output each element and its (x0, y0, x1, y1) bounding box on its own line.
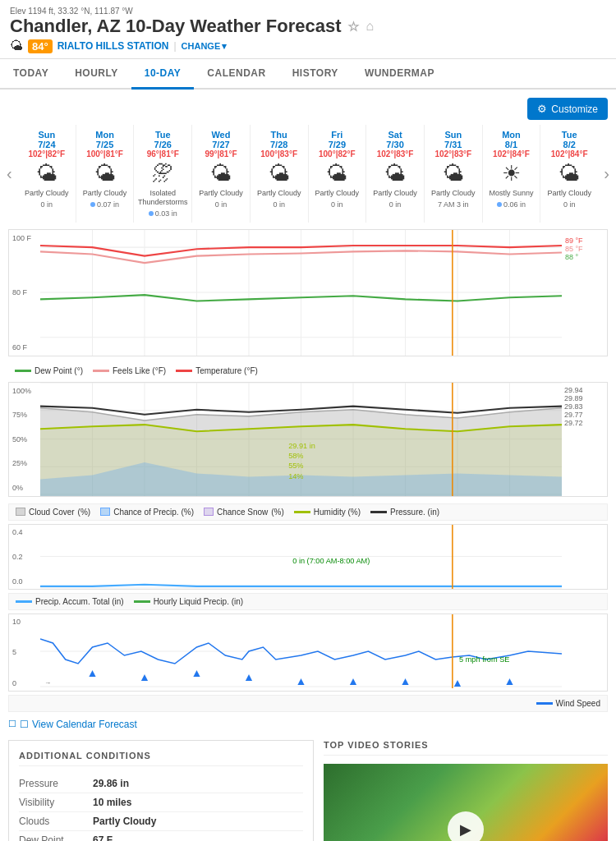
svg-marker-41 (89, 670, 95, 677)
day-date: 7/28 (252, 140, 306, 149)
day-icon: 🌤 (252, 161, 306, 186)
temp-y-axis: 100 F 80 F 60 F (9, 230, 40, 356)
wind-chart-svg: → 5 mph from SE (40, 614, 562, 688)
day-precip: 0.06 in (485, 200, 539, 209)
forecast-day-3[interactable]: Wed 7/27 99°|81°F 🌤 Partly Cloudy 0 in (192, 125, 251, 223)
sun-icon: 🌤 (10, 39, 23, 53)
day-name: Sun (20, 130, 74, 140)
forecast-day-7[interactable]: Sun 7/31 102°|83°F 🌤 Partly Cloudy 7 AM … (425, 125, 483, 223)
temperature-chart: 100 F 80 F 60 F (8, 229, 608, 356)
svg-marker-42 (141, 674, 148, 681)
accum-total-line (16, 600, 32, 603)
wind-speed-legend: Wind Speed (536, 699, 600, 708)
station-name[interactable]: RIALTO HILLS STATION (57, 40, 169, 52)
forecast-wrapper: ‹ Sun 7/24 102°|82°F 🌤 Partly Cloudy 0 i… (8, 125, 608, 223)
svg-text:58%: 58% (288, 452, 303, 460)
tab-calendar[interactable]: CALENDAR (194, 59, 278, 90)
condition-row: Pressure 29.86 in (19, 774, 303, 793)
svg-text:→: → (44, 679, 51, 687)
chance-snow-box (204, 508, 214, 516)
dew-point-legend: Dew Point (°) (15, 366, 83, 375)
day-temps: 102°|84°F (542, 149, 596, 159)
day-precip: 0.03 in (136, 209, 190, 218)
day-date: 7/30 (368, 140, 422, 149)
forecast-day-4[interactable]: Thu 7/28 100°|83°F 🌤 Partly Cloudy 0 in (251, 125, 309, 223)
forecast-day-0[interactable]: Sun 7/24 102°|82°F 🌤 Partly Cloudy 0 in (18, 125, 76, 223)
svg-marker-46 (350, 678, 356, 685)
day-condition: Partly Cloudy (252, 189, 306, 198)
day-icon: 🌤 (426, 161, 480, 186)
day-name: Sun (426, 130, 480, 140)
tab-history[interactable]: HISTORY (279, 59, 352, 90)
precip-legend: Precip. Accum. Total (in) Hourly Liquid … (8, 593, 608, 610)
page-title: Chandler, AZ 10-Day Weather Forecast ☆ ⌂ (10, 16, 606, 37)
forecast-next-button[interactable]: › (599, 163, 614, 185)
forecast-prev-button[interactable]: ‹ (2, 163, 17, 185)
bottom-sections: ADDITIONAL CONDITIONS Pressure 29.86 in … (8, 740, 608, 841)
forecast-day-2[interactable]: Tue 7/26 96°|81°F ⛈ Isolated Thunderstor… (134, 125, 192, 223)
day-condition: Partly Cloudy (310, 189, 365, 198)
day-temps: 96°|81°F (136, 149, 190, 159)
day-precip: 7 AM 3 in (426, 200, 480, 209)
conditions-panel: ADDITIONAL CONDITIONS Pressure 29.86 in … (8, 740, 314, 841)
day-condition: Partly Cloudy (426, 189, 480, 198)
day-date: 7/31 (426, 140, 480, 149)
forecast-day-6[interactable]: Sat 7/30 102°|83°F 🌤 Partly Cloudy 0 in (366, 125, 425, 223)
customize-button[interactable]: ⚙ Customize (527, 98, 608, 120)
forecast-day-9[interactable]: Tue 8/2 102°|84°F 🌤 Partly Cloudy 0 in (540, 125, 598, 223)
home-icon[interactable]: ⌂ (365, 19, 374, 34)
svg-text:14%: 14% (288, 471, 303, 480)
precip-chart-svg: 0 in (7:00 AM-8:00 AM) (40, 525, 562, 589)
tab-hourly[interactable]: HOURLY (62, 59, 131, 90)
day-precip: 0.07 in (78, 200, 132, 209)
temperature-legend: Temperature (°F) (176, 366, 258, 375)
feels-like-legend: Feels Like (°F) (93, 366, 166, 375)
day-temps: 100°|81°F (78, 149, 132, 159)
condition-row: Clouds Partly Cloudy (19, 812, 303, 831)
temp-right-labels: 89 °F 85 °F 88 ° (562, 230, 607, 356)
day-condition: Isolated Thunderstorms (136, 189, 190, 207)
day-precip: 0 in (20, 200, 74, 209)
day-temps: 99°|81°F (194, 149, 248, 159)
temp-chart-svg (40, 230, 562, 356)
change-link[interactable]: CHANGE ▾ (182, 41, 228, 52)
day-date: 7/26 (136, 140, 190, 149)
day-icon: 🌤 (542, 161, 596, 186)
pressure-line (370, 511, 387, 513)
page-header: Elev 1194 ft, 33.32 °N, 111.87 °W Chandl… (0, 0, 616, 59)
dew-point-line (15, 370, 31, 372)
video-thumbnail[interactable]: ▶ (324, 764, 608, 841)
toolbar-row: ⚙ Customize (8, 98, 608, 125)
day-icon: ☀ (485, 161, 539, 186)
svg-marker-44 (246, 674, 252, 681)
day-precip: 0 in (194, 200, 248, 209)
forecast-day-8[interactable]: Mon 8/1 102°|84°F ☀ Mostly Sunny 0.06 in (483, 125, 541, 223)
star-icon[interactable]: ☆ (347, 19, 359, 34)
temp-legend: Dew Point (°) Feels Like (°F) Temperatur… (8, 363, 608, 379)
tab-today[interactable]: TODAY (0, 59, 62, 90)
day-condition: Mostly Sunny (485, 189, 539, 198)
forecast-day-5[interactable]: Fri 7/29 100°|82°F 🌤 Partly Cloudy 0 in (309, 125, 367, 223)
day-name: Fri (310, 130, 365, 140)
day-icon: 🌤 (20, 161, 74, 186)
cloud-cover-box (16, 508, 25, 516)
pressure-legend: Pressure. (in) (370, 508, 439, 517)
wind-legend: Wind Speed (8, 695, 608, 712)
day-icon: ⛈ (136, 161, 190, 186)
video-title: TOP VIDEO STORIES (324, 740, 608, 756)
forecast-day-1[interactable]: Mon 7/25 100°|81°F 🌤 Partly Cloudy 0.07 … (76, 125, 135, 223)
svg-marker-45 (297, 678, 304, 685)
day-condition: Partly Cloudy (368, 189, 422, 198)
condition-value: 10 miles (93, 797, 131, 808)
view-calendar-link[interactable]: ☐ View Calendar Forecast (8, 719, 608, 730)
tab-10day[interactable]: 10-DAY (131, 59, 195, 90)
day-date: 7/29 (310, 140, 365, 149)
play-button[interactable]: ▶ (448, 811, 484, 841)
tab-wundermap[interactable]: WUNDERMAP (352, 59, 448, 90)
day-temps: 102°|82°F (20, 149, 74, 159)
condition-value: 29.86 in (93, 778, 129, 789)
wind-y-axis: 10 5 0 (9, 614, 40, 691)
day-name: Thu (252, 130, 306, 140)
day-date: 7/27 (194, 140, 248, 149)
day-temps: 102°|83°F (368, 149, 422, 159)
